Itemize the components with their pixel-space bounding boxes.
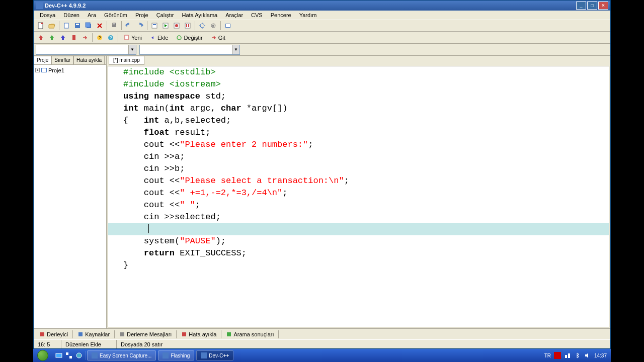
code-line[interactable] (108, 223, 609, 235)
project-icon[interactable] (223, 21, 233, 31)
arrow-up-green-icon[interactable] (47, 33, 57, 43)
tray-ati-icon[interactable] (554, 352, 561, 359)
degistir-button[interactable]: Değiştir (173, 33, 206, 43)
code-line[interactable]: { int a,b,selected; (108, 115, 609, 127)
menu-pencere[interactable]: Pencere (267, 12, 295, 19)
bottom-tab-2[interactable]: Derleme Mesajları (116, 330, 175, 339)
close-icon[interactable] (95, 21, 105, 31)
panel-tabs: ProjeSınıflarHata ayıkla (34, 56, 106, 65)
bottom-tab-1[interactable]: Kaynaklar (74, 330, 113, 339)
goto-icon[interactable] (80, 33, 90, 43)
bottom-tab-0[interactable]: Derleyici (36, 330, 71, 339)
redo-icon[interactable] (135, 21, 145, 31)
debug-stop-icon[interactable] (208, 21, 218, 31)
app-window: Dev-C++ 4.9.9.2 _ □ ✕ DosyaDüzenAraGörün… (33, 0, 611, 349)
menu-çalıştır[interactable]: Çalıştır (152, 12, 178, 19)
code-line[interactable]: system("PAUSE"); (108, 235, 609, 247)
code-line[interactable]: cin >>b; (108, 163, 609, 175)
new-file-icon[interactable] (36, 21, 46, 31)
ekle-button[interactable]: Ekle (146, 33, 172, 43)
combo-1[interactable]: ▼ (36, 45, 136, 55)
task-item-1[interactable]: Flashing (158, 350, 194, 360)
ql-ie-icon[interactable] (74, 351, 84, 360)
expand-icon[interactable]: + (35, 68, 40, 72)
tray-network-icon[interactable] (564, 352, 571, 359)
tree-root-item[interactable]: + Proje1 (35, 66, 105, 74)
code-line[interactable]: float result; (108, 127, 609, 139)
tray-volume-icon[interactable] (584, 352, 591, 359)
compile-icon[interactable] (149, 21, 159, 31)
menu-araçlar[interactable]: Araçlar (221, 12, 247, 19)
save-all-icon[interactable] (84, 21, 94, 31)
arrow-up-red-icon[interactable] (36, 33, 46, 43)
code-line[interactable]: cout <<" +=1,-=2,*=3,/=4\n"; (108, 187, 609, 199)
menu-düzen[interactable]: Düzen (59, 12, 84, 19)
minimize-button[interactable]: _ (576, 2, 586, 10)
ql-desktop-icon[interactable] (54, 351, 63, 360)
code-line[interactable]: #include <cstdlib> (108, 66, 609, 78)
svg-rect-10 (153, 24, 156, 25)
start-button[interactable] (33, 349, 52, 362)
file-tab-main[interactable]: [*] main.cpp (109, 56, 144, 65)
panel-tab-1[interactable]: Sınıflar (51, 56, 73, 64)
svg-rect-42 (201, 352, 207, 358)
menu-hata ayıklama[interactable]: Hata Ayıklama (178, 12, 222, 19)
svg-point-28 (177, 36, 181, 40)
new-icon[interactable] (61, 21, 71, 31)
task-item-0[interactable]: Easy Screen Capture... (87, 350, 156, 360)
print-icon[interactable] (109, 21, 119, 31)
menu-cvs[interactable]: CVS (247, 12, 267, 19)
undo-icon[interactable] (124, 21, 134, 31)
arrow-up-blue-icon[interactable] (58, 33, 68, 43)
code-line[interactable]: cout <<" "; (108, 199, 609, 211)
code-line[interactable]: return EXIT_SUCCESS; (108, 247, 609, 259)
save-icon[interactable] (72, 21, 83, 31)
panel-tab-2[interactable]: Hata ayıkla (73, 56, 105, 64)
clock[interactable]: 14:37 (594, 353, 607, 358)
code-editor[interactable]: #include <cstdlib>#include <iostream>usi… (108, 66, 609, 327)
ql-switch-icon[interactable] (64, 351, 73, 360)
code-line[interactable]: cin >>selected; (108, 211, 609, 223)
code-line[interactable]: using namespace std; (108, 90, 609, 103)
code-line[interactable]: cin >>a; (108, 151, 609, 163)
code-line[interactable]: } (108, 259, 609, 272)
bottom-tab-3[interactable]: Hata ayıkla (178, 330, 220, 339)
code-line[interactable]: cout <<"Please enter 2 numbers:"; (108, 139, 609, 151)
svg-rect-30 (42, 68, 46, 72)
about-icon[interactable]: ? (106, 33, 116, 43)
combo-2[interactable]: ▼ (139, 45, 240, 55)
code-line[interactable]: int main(int argc, char *argv[]) (108, 103, 609, 115)
code-line[interactable]: #include <iostream> (108, 78, 609, 90)
svg-rect-22 (72, 35, 75, 40)
system-tray: TR 14:37 (540, 352, 611, 359)
help-icon[interactable]: ? (95, 33, 105, 43)
svg-rect-38 (69, 356, 72, 358)
bookmark-icon[interactable] (69, 33, 79, 43)
tray-bluetooth-icon[interactable] (574, 352, 581, 359)
rebuild-icon[interactable] (183, 21, 193, 31)
git-button[interactable]: Git (207, 33, 229, 43)
compile-run-icon[interactable] (172, 21, 182, 31)
bottom-tabs: DerleyiciKaynaklarDerleme MesajlarıHata … (34, 328, 610, 339)
menu-dosya[interactable]: Dosya (36, 12, 59, 19)
open-file-icon[interactable] (47, 21, 57, 31)
close-button[interactable]: ✕ (598, 2, 608, 10)
code-line[interactable]: cout <<"Please select a transaction:\n"; (108, 175, 609, 187)
svg-rect-43 (554, 352, 561, 359)
run-icon[interactable] (160, 21, 171, 31)
menu-görünüm[interactable]: Görünüm (100, 12, 131, 19)
yeni-button[interactable]: Yeni (120, 33, 145, 43)
maximize-button[interactable]: □ (587, 2, 597, 10)
debug-icon[interactable] (197, 21, 207, 31)
panel-tab-0[interactable]: Proje (34, 56, 51, 64)
menu-ara[interactable]: Ara (84, 12, 100, 19)
svg-rect-40 (92, 352, 98, 358)
menu-proje[interactable]: Proje (131, 12, 152, 19)
status-mode: Düzenlen Ekle (61, 340, 117, 348)
lang-indicator[interactable]: TR (544, 353, 551, 358)
project-tree[interactable]: + Proje1 (34, 65, 106, 328)
bottom-tab-4[interactable]: Arama sonuçları (222, 330, 277, 339)
task-item-2[interactable]: Dev-C++ (196, 350, 233, 360)
svg-point-39 (76, 353, 82, 358)
menu-yardım[interactable]: Yardım (295, 12, 321, 19)
